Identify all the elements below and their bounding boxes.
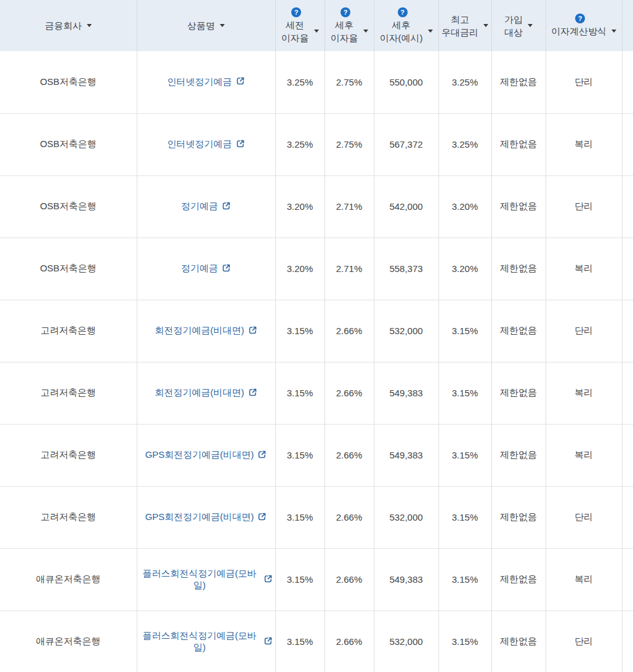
product-cell: 플러스회전식정기예금(모바일)	[137, 548, 275, 610]
sort-arrow-icon[interactable]	[87, 24, 92, 27]
eligibility-cell: 제한없음	[491, 113, 546, 175]
after-tax-interest-cell: 532,000	[374, 486, 438, 548]
product-link[interactable]: 회전정기예금(비대면)	[155, 387, 257, 399]
eligibility-cell: 제한없음	[491, 175, 546, 238]
pre-tax-rate-cell: 3.20%	[275, 238, 325, 300]
company-cell: 애큐온저축은행	[0, 548, 137, 610]
product-link[interactable]: 회전정기예금(비대면)	[155, 325, 257, 337]
calc-method-cell: 복리	[546, 238, 622, 300]
product-name: 플러스회전식정기예금(모바일)	[140, 630, 260, 654]
table-row: OSB저축은행 정기예금 3.20% 2.71%	[0, 238, 633, 300]
cutoff-cell	[622, 486, 633, 548]
max-bonus-rate-cell: 3.15%	[438, 486, 491, 548]
cutoff-cell	[622, 300, 633, 362]
sort-arrow-icon[interactable]	[611, 30, 616, 33]
table-row: 고려저축은행 회전정기예금(비대면) 3.15%	[0, 362, 633, 424]
eligibility-cell: 제한없음	[491, 238, 546, 300]
max-bonus-rate-cell: 3.15%	[438, 548, 491, 610]
product-name: 정기예금	[181, 263, 218, 274]
calc-method-cell: 단리	[546, 300, 622, 362]
help-icon[interactable]: ?	[575, 14, 585, 23]
calc-method-cell: 단리	[546, 175, 622, 238]
product-link[interactable]: 플러스회전식정기예금(모바일)	[140, 630, 273, 654]
column-header-pre-tax-rate[interactable]: ? 세전 이자율	[275, 0, 325, 51]
product-name: 회전정기예금(비대면)	[155, 325, 244, 337]
after-tax-rate-cell: 2.71%	[325, 175, 374, 238]
column-header-product[interactable]: 상품명	[137, 0, 275, 51]
external-link-icon	[248, 326, 257, 337]
product-name: GPS회전정기예금(비대면)	[145, 511, 254, 523]
external-link-icon	[222, 263, 231, 274]
column-label: 대상	[504, 26, 523, 39]
after-tax-rate-cell: 2.66%	[325, 486, 374, 548]
product-link[interactable]: 정기예금	[181, 201, 231, 212]
pre-tax-rate-cell: 3.15%	[275, 424, 325, 486]
company-cell: 애큐온저축은행	[0, 610, 137, 672]
max-bonus-rate-cell: 3.25%	[438, 51, 491, 113]
header-row: 금융회사 상품명 ? 세전	[0, 0, 633, 51]
table-row: OSB저축은행 정기예금 3.20% 2.71%	[0, 175, 633, 238]
after-tax-rate-cell: 2.71%	[325, 238, 374, 300]
pre-tax-rate-cell: 3.15%	[275, 362, 325, 424]
help-icon[interactable]: ?	[398, 7, 408, 17]
max-bonus-rate-cell: 3.15%	[438, 300, 491, 362]
column-label: 이자율	[331, 31, 358, 44]
product-link[interactable]: 정기예금	[181, 263, 231, 274]
after-tax-rate-cell: 2.66%	[325, 300, 374, 362]
product-link[interactable]: GPS회전정기예금(비대면)	[145, 511, 267, 523]
pre-tax-rate-cell: 3.15%	[275, 548, 325, 610]
eligibility-cell: 제한없음	[491, 486, 546, 548]
table-row: 고려저축은행 GPS회전정기예금(비대면) 3.15%	[0, 424, 633, 486]
sort-arrow-icon[interactable]	[528, 24, 533, 27]
help-icon[interactable]: ?	[291, 7, 301, 17]
cutoff-cell	[622, 610, 633, 672]
after-tax-rate-cell: 2.75%	[325, 51, 374, 113]
pre-tax-rate-cell: 3.15%	[275, 610, 325, 672]
column-header-eligibility[interactable]: 가입 대상	[491, 0, 546, 51]
max-bonus-rate-cell: 3.25%	[438, 113, 491, 175]
max-bonus-rate-cell: 3.20%	[438, 175, 491, 238]
eligibility-cell: 제한없음	[491, 548, 546, 610]
sort-arrow-icon[interactable]	[363, 30, 368, 33]
company-cell: 고려저축은행	[0, 424, 137, 486]
product-link[interactable]: 플러스회전식정기예금(모바일)	[140, 568, 273, 591]
product-link[interactable]: 인터넷정기예금	[167, 76, 245, 88]
product-link[interactable]: GPS회전정기예금(비대면)	[145, 449, 267, 461]
column-header-max-bonus-rate[interactable]: 최고 우대금리	[438, 0, 491, 51]
column-header-cutoff	[622, 0, 633, 51]
external-link-icon	[264, 636, 273, 647]
column-label: 세후	[335, 18, 353, 31]
column-header-calc-method[interactable]: ? 이자계산방식	[546, 0, 622, 51]
sort-arrow-icon[interactable]	[483, 24, 488, 27]
product-cell: 정기예금	[137, 238, 275, 300]
sort-arrow-icon[interactable]	[314, 30, 319, 33]
cutoff-cell	[622, 362, 633, 424]
sort-arrow-icon[interactable]	[220, 24, 225, 27]
after-tax-rate-cell: 2.66%	[325, 424, 374, 486]
column-label: 세전	[286, 18, 304, 31]
column-label: 이자(예시)	[380, 31, 423, 44]
product-name: 플러스회전식정기예금(모바일)	[140, 568, 260, 591]
after-tax-rate-cell: 2.66%	[325, 362, 374, 424]
eligibility-cell: 제한없음	[491, 610, 546, 672]
column-header-after-tax-rate[interactable]: ? 세후 이자율	[325, 0, 374, 51]
cutoff-cell	[622, 424, 633, 486]
help-icon[interactable]: ?	[341, 7, 350, 17]
sort-arrow-icon[interactable]	[428, 30, 433, 33]
table-row: 애큐온저축은행 플러스회전식정기예금(모바일) 3.15%	[0, 610, 633, 672]
external-link-icon	[222, 201, 231, 212]
pre-tax-rate-cell: 3.15%	[275, 300, 325, 362]
after-tax-interest-cell: 558,373	[374, 238, 438, 300]
product-cell: 회전정기예금(비대면)	[137, 362, 275, 424]
column-header-company[interactable]: 금융회사	[0, 0, 137, 51]
max-bonus-rate-cell: 3.15%	[438, 424, 491, 486]
company-cell: OSB저축은행	[0, 238, 137, 300]
cutoff-cell	[622, 113, 633, 175]
company-cell: 고려저축은행	[0, 300, 137, 362]
column-header-after-tax-interest[interactable]: ? 세후 이자(예시)	[374, 0, 438, 51]
calc-method-cell: 단리	[546, 486, 622, 548]
after-tax-interest-cell: 532,000	[374, 300, 438, 362]
table-row: 고려저축은행 GPS회전정기예금(비대면) 3.15%	[0, 486, 633, 548]
product-link[interactable]: 인터넷정기예금	[167, 138, 245, 150]
company-cell: OSB저축은행	[0, 51, 137, 113]
